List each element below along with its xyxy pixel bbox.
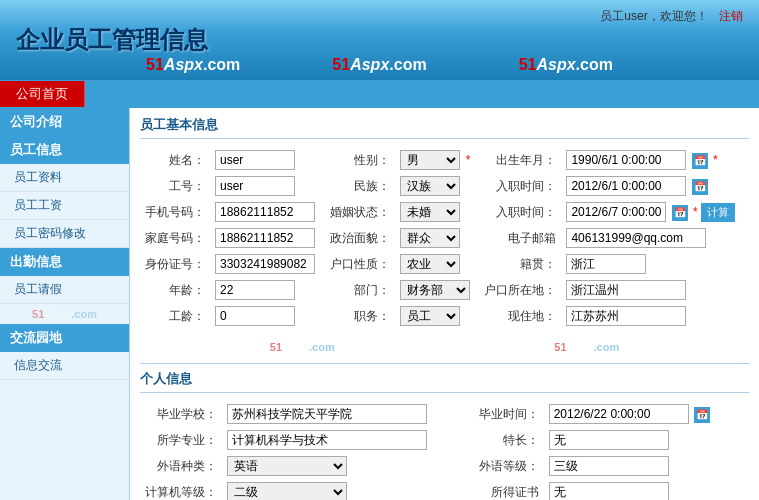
header: 企业员工管理信息 员工user，欢迎您！ 注销 51Aspx.com 51Asp… <box>0 0 759 80</box>
ethnicity-label: 民族： <box>325 173 395 199</box>
dob-required: * <box>713 153 718 167</box>
dob-calendar-icon[interactable]: 📅 <box>692 153 708 169</box>
job-date-label: 入职时间： <box>479 199 561 225</box>
computer-field-cell: 二级 <box>222 479 474 500</box>
specialty-input[interactable] <box>549 430 669 450</box>
major-input[interactable] <box>227 430 427 450</box>
logo-3: 51Aspx.com <box>519 56 613 74</box>
seniority-field-cell <box>210 303 325 329</box>
seniority-input[interactable] <box>215 306 295 326</box>
sidebar-header-company[interactable]: 公司介绍 <box>0 108 129 136</box>
position-field-cell: 员工 <box>395 303 479 329</box>
dob-input[interactable] <box>566 150 686 170</box>
foreign-lang-select[interactable]: 英语 <box>227 456 347 476</box>
major-label: 所学专业： <box>140 427 222 453</box>
id-input[interactable] <box>215 254 315 274</box>
hukou-select[interactable]: 农业 <box>400 254 460 274</box>
native-input[interactable] <box>566 254 646 274</box>
foreign-level-input[interactable] <box>549 456 669 476</box>
position-select[interactable]: 员工 <box>400 306 460 326</box>
age-input[interactable] <box>215 280 295 300</box>
political-field-cell: 群众 <box>395 225 479 251</box>
hukou-location-label: 户口所在地： <box>479 277 561 303</box>
workid-input[interactable] <box>215 176 295 196</box>
wm1: 51Aspx.com <box>270 341 335 353</box>
dob-field-cell: 📅 * <box>561 147 749 173</box>
school-input[interactable] <box>227 404 427 424</box>
hukou-location-input[interactable] <box>566 280 686 300</box>
section-divider-1 <box>140 363 749 364</box>
user-greeting: 员工user，欢迎您！ <box>600 9 707 23</box>
computer-label: 计算机等级： <box>140 479 222 500</box>
entry-time-input[interactable] <box>566 176 686 196</box>
logout-link[interactable]: 注销 <box>719 9 743 23</box>
content-area: 员工基本信息 姓名： 性别： 男女 * 出生年月： 📅 * <box>130 108 759 500</box>
ethnicity-field-cell: 汉族 <box>395 173 479 199</box>
sidebar-item-leave[interactable]: 员工请假 <box>0 276 129 304</box>
email-field-cell <box>561 225 749 251</box>
name-input[interactable] <box>215 150 295 170</box>
certificate-field-cell <box>544 479 749 500</box>
major-field-cell <box>222 427 474 453</box>
school-label: 毕业学校： <box>140 401 222 427</box>
foreign-lang-field-cell: 英语 <box>222 453 474 479</box>
email-input[interactable] <box>566 228 706 248</box>
sidebar-header-exchange: 交流园地 <box>0 324 129 352</box>
navbar-home[interactable]: 公司首页 <box>0 81 85 107</box>
sidebar-item-profile[interactable]: 员工资料 <box>0 164 129 192</box>
job-date-input[interactable] <box>566 202 666 222</box>
home-phone-input[interactable] <box>215 228 315 248</box>
dept-select[interactable]: 财务部 <box>400 280 470 300</box>
political-select[interactable]: 群众 <box>400 228 460 248</box>
sidebar: 公司介绍 员工信息 员工资料 员工工资 员工密码修改 出勤信息 员工请假 51A… <box>0 108 130 500</box>
foreign-level-field-cell <box>544 453 749 479</box>
name-field-cell <box>210 147 325 173</box>
dob-label: 出生年月： <box>479 147 561 173</box>
header-user-info: 员工user，欢迎您！ 注销 <box>600 8 743 25</box>
entry-calendar-icon[interactable]: 📅 <box>692 179 708 195</box>
page-title: 企业员工管理信息 <box>16 24 208 56</box>
age-field-cell <box>210 277 325 303</box>
calc-button[interactable]: 计算 <box>701 203 735 222</box>
job-date-required: * <box>693 205 698 219</box>
certificate-input[interactable] <box>549 482 669 500</box>
seniority-label: 工龄： <box>140 303 210 329</box>
current-address-label: 现住地： <box>479 303 561 329</box>
specialty-label: 特长： <box>474 427 544 453</box>
logo-1: 51Aspx.com <box>146 56 240 74</box>
sidebar-logo: 51Aspx.com <box>32 308 97 320</box>
gender-select[interactable]: 男女 <box>400 150 460 170</box>
home-phone-field-cell <box>210 225 325 251</box>
job-date-field-cell: 📅 * 计算 <box>561 199 749 225</box>
gender-field-cell: 男女 * <box>395 147 479 173</box>
current-address-input[interactable] <box>566 306 686 326</box>
id-label: 身份证号： <box>140 251 210 277</box>
position-label: 职务： <box>325 303 395 329</box>
sidebar-item-password[interactable]: 员工密码修改 <box>0 220 129 248</box>
sidebar-item-salary[interactable]: 员工工资 <box>0 192 129 220</box>
header-logos: 51Aspx.com 51Aspx.com 51Aspx.com <box>0 56 759 74</box>
sidebar-item-communication[interactable]: 信息交流 <box>0 352 129 380</box>
native-field-cell <box>561 251 749 277</box>
sidebar-header-employee: 员工信息 <box>0 136 129 164</box>
political-label: 政治面貌： <box>325 225 395 251</box>
wm2: 51Aspx.com <box>554 341 619 353</box>
workid-field-cell <box>210 173 325 199</box>
specialty-field-cell <box>544 427 749 453</box>
grad-time-label: 毕业时间： <box>474 401 544 427</box>
personal-info-title: 个人信息 <box>140 370 749 393</box>
workid-label: 工号： <box>140 173 210 199</box>
hukou-label: 户口性质： <box>325 251 395 277</box>
job-date-calendar-icon[interactable]: 📅 <box>672 205 688 221</box>
entry-time-field-cell: 📅 <box>561 173 749 199</box>
computer-select[interactable]: 二级 <box>227 482 347 500</box>
certificate-label: 所得证书 <box>474 479 544 500</box>
ethnicity-select[interactable]: 汉族 <box>400 176 460 196</box>
marital-select[interactable]: 未婚已婚 <box>400 202 460 222</box>
age-label: 年龄： <box>140 277 210 303</box>
grad-time-input[interactable] <box>549 404 689 424</box>
grad-calendar-icon[interactable]: 📅 <box>694 407 710 423</box>
basic-info-table: 姓名： 性别： 男女 * 出生年月： 📅 * <box>140 147 749 329</box>
phone-input[interactable] <box>215 202 315 222</box>
school-field-cell <box>222 401 474 427</box>
